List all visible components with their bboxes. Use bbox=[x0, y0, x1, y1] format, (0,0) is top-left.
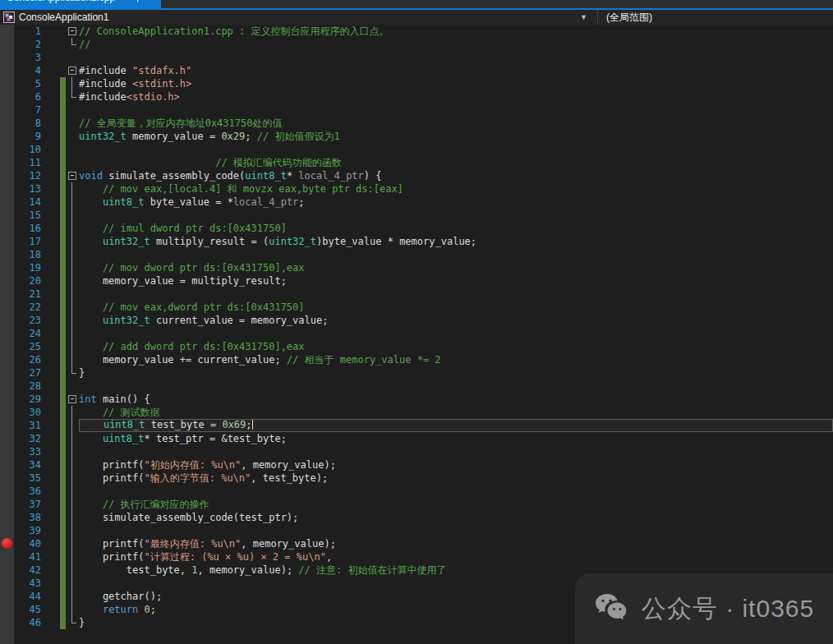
breakpoint-margin[interactable] bbox=[0, 380, 14, 393]
code-text[interactable] bbox=[79, 445, 833, 458]
breakpoint-margin[interactable] bbox=[0, 209, 14, 222]
code-text[interactable] bbox=[79, 248, 833, 261]
breakpoint-margin[interactable] bbox=[0, 432, 14, 445]
breakpoint-margin[interactable] bbox=[0, 603, 14, 616]
code-text[interactable] bbox=[79, 380, 833, 393]
scope-dropdown[interactable]: (全局范围) bbox=[598, 10, 833, 25]
code-text[interactable]: int main() { bbox=[79, 393, 833, 406]
collapse-toggle-icon[interactable] bbox=[66, 393, 79, 406]
collapse-toggle-icon[interactable] bbox=[66, 25, 79, 38]
code-text[interactable]: #include "stdafx.h" bbox=[79, 64, 833, 77]
code-text[interactable]: } bbox=[79, 366, 833, 380]
breakpoint-margin[interactable] bbox=[0, 458, 14, 472]
breakpoint-margin[interactable] bbox=[0, 51, 14, 64]
breakpoint-margin[interactable] bbox=[0, 301, 14, 314]
breakpoint-margin[interactable] bbox=[0, 156, 14, 169]
code-text[interactable]: void simulate_assembly_code(uint8_t* loc… bbox=[79, 169, 833, 182]
breakpoint-margin[interactable] bbox=[0, 550, 14, 564]
code-text[interactable]: // ConsoleApplication1.cpp : 定义控制台应用程序的入… bbox=[79, 25, 833, 38]
breakpoint-margin[interactable] bbox=[0, 222, 14, 235]
breakpoint-margin[interactable] bbox=[0, 274, 14, 288]
code-text[interactable]: uint32_t current_value = memory_value; bbox=[79, 314, 833, 327]
chevron-down-icon[interactable]: ▼ bbox=[580, 10, 587, 25]
code-text[interactable]: uint8_t test_byte = 0x69; bbox=[79, 419, 833, 432]
code-text[interactable] bbox=[79, 327, 833, 340]
code-text[interactable]: // mov eax,[local.4] 和 movzx eax,byte pt… bbox=[79, 182, 833, 196]
breakpoint-margin[interactable] bbox=[0, 564, 14, 577]
code-text[interactable]: memory_value = multiply_result; bbox=[79, 274, 833, 288]
breakpoint-margin[interactable] bbox=[0, 77, 14, 90]
code-text[interactable] bbox=[79, 209, 833, 222]
breakpoint-margin[interactable] bbox=[0, 314, 14, 327]
breakpoint-margin[interactable] bbox=[0, 485, 14, 498]
code-text[interactable]: simulate_assembly_code(test_ptr); bbox=[79, 511, 833, 524]
breakpoint-margin[interactable] bbox=[0, 511, 14, 524]
code-text[interactable] bbox=[79, 51, 833, 64]
code-text[interactable] bbox=[79, 485, 833, 498]
breakpoint-margin[interactable] bbox=[0, 235, 14, 248]
breakpoint-margin[interactable] bbox=[0, 616, 14, 629]
code-editor[interactable]: 1// ConsoleApplication1.cpp : 定义控制台应用程序的… bbox=[0, 25, 833, 644]
breakpoint-margin[interactable] bbox=[0, 472, 14, 485]
breakpoint-margin[interactable] bbox=[0, 629, 14, 644]
breakpoint-margin[interactable] bbox=[0, 577, 14, 590]
breakpoint-margin[interactable] bbox=[0, 288, 14, 301]
breakpoint-margin[interactable] bbox=[0, 498, 14, 511]
code-text[interactable]: // mov eax,dword ptr ds:[0x431750] bbox=[79, 301, 833, 314]
breakpoint-margin[interactable] bbox=[0, 524, 14, 537]
breakpoint-margin[interactable] bbox=[0, 445, 14, 458]
code-text[interactable]: printf("输入的字节值: %u\n", test_byte); bbox=[79, 472, 833, 485]
breakpoint-margin[interactable] bbox=[0, 104, 14, 117]
project-dropdown[interactable]: ConsoleApplication1 ▼ bbox=[0, 10, 598, 25]
code-text[interactable]: #include <stdint.h> bbox=[79, 77, 833, 90]
code-text[interactable]: // imul dword ptr ds:[0x431750] bbox=[79, 222, 833, 235]
code-text[interactable] bbox=[79, 143, 833, 156]
collapse-toggle-icon[interactable] bbox=[66, 169, 79, 182]
breakpoint-margin[interactable] bbox=[0, 406, 14, 419]
breakpoint-margin[interactable] bbox=[0, 143, 14, 156]
breakpoint-margin[interactable] bbox=[0, 590, 14, 603]
code-text[interactable]: printf("初始内存值: %u\n", memory_value); bbox=[79, 458, 833, 472]
code-text[interactable]: memory_value += current_value; // 相当于 me… bbox=[79, 353, 833, 366]
code-text[interactable]: // add dword ptr ds:[0x431750],eax bbox=[79, 340, 833, 353]
pin-icon[interactable] bbox=[134, 0, 141, 2]
breakpoint-margin[interactable] bbox=[0, 38, 14, 51]
breakpoint-margin[interactable] bbox=[0, 537, 14, 550]
code-text[interactable] bbox=[79, 288, 833, 301]
breakpoint-margin[interactable] bbox=[0, 261, 14, 274]
breakpoint-margin[interactable] bbox=[0, 64, 14, 77]
breakpoint-margin[interactable] bbox=[0, 366, 14, 380]
breakpoint-margin[interactable] bbox=[0, 340, 14, 353]
breakpoint-margin[interactable] bbox=[0, 419, 14, 432]
code-text[interactable]: #include<stdio.h> bbox=[79, 90, 833, 104]
code-text[interactable]: uint32_t memory_value = 0x29; // 初始值假设为1 bbox=[79, 130, 833, 143]
breakpoint-margin[interactable] bbox=[0, 248, 14, 261]
code-text[interactable]: // 模拟汇编代码功能的函数 bbox=[79, 156, 833, 169]
breakpoint-margin[interactable] bbox=[0, 353, 14, 366]
breakpoint-margin[interactable] bbox=[0, 117, 14, 130]
code-text[interactable]: printf("最终内存值: %u\n", memory_value); bbox=[79, 537, 833, 550]
close-icon[interactable]: ✕ bbox=[146, 0, 156, 2]
code-text[interactable]: uint8_t* test_ptr = &test_byte; bbox=[79, 432, 833, 445]
breakpoint-margin[interactable] bbox=[0, 327, 14, 340]
collapse-toggle-icon[interactable] bbox=[66, 64, 79, 77]
breakpoint-icon[interactable] bbox=[2, 538, 12, 549]
breakpoint-margin[interactable] bbox=[0, 130, 14, 143]
code-text[interactable]: printf("计算过程: (%u × %u) × 2 = %u\n", bbox=[79, 550, 833, 564]
code-text[interactable]: uint32_t multiply_result = (uint32_t)byt… bbox=[79, 235, 833, 248]
code-text[interactable]: // 全局变量，对应内存地址0x431750处的值 bbox=[79, 117, 833, 130]
breakpoint-margin[interactable] bbox=[0, 25, 14, 38]
breakpoint-margin[interactable] bbox=[0, 196, 14, 209]
code-text[interactable]: // bbox=[79, 38, 833, 51]
code-text[interactable]: // mov dword ptr ds:[0x431750],eax bbox=[79, 261, 833, 274]
code-text[interactable]: // 执行汇编对应的操作 bbox=[79, 498, 833, 511]
code-text[interactable]: // 测试数据 bbox=[79, 406, 833, 419]
code-text[interactable]: uint8_t byte_value = *local_4_ptr; bbox=[79, 196, 833, 209]
code-text[interactable] bbox=[79, 104, 833, 117]
breakpoint-margin[interactable] bbox=[0, 182, 14, 196]
code-text[interactable] bbox=[79, 524, 833, 537]
breakpoint-margin[interactable] bbox=[0, 393, 14, 406]
file-tab[interactable]: ConsoleApplication1.cpp ✕ bbox=[0, 0, 161, 8]
breakpoint-margin[interactable] bbox=[0, 169, 14, 182]
breakpoint-margin[interactable] bbox=[0, 90, 14, 104]
